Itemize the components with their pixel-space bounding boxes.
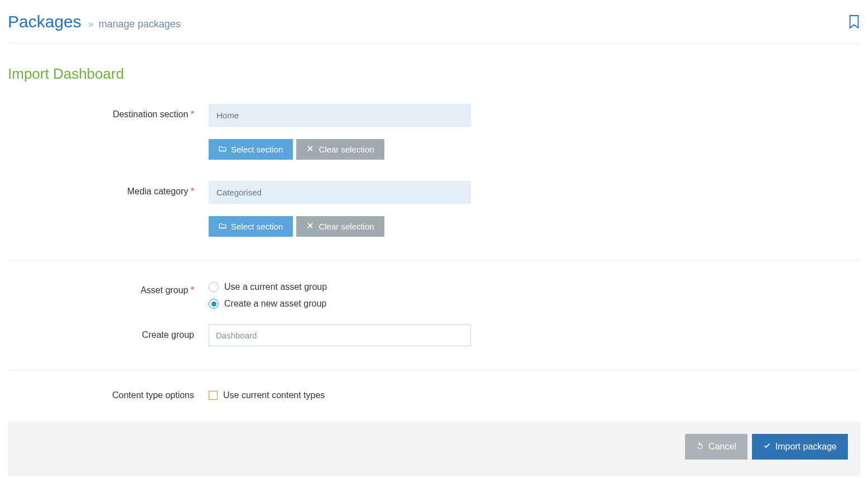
footer-bar: Cancel Import package [8,422,860,476]
cancel-label: Cancel [708,442,736,452]
use-current-content-types-label: Use current content types [223,390,325,400]
create-group-row: Create group [8,320,860,351]
folder-open-icon [219,145,226,154]
media-clear-button[interactable]: Clear selection [296,216,384,237]
import-package-button[interactable]: Import package [752,434,848,460]
bookmark-icon[interactable] [848,15,860,29]
breadcrumb: » manage packages [88,18,181,30]
media-value: Categorised [209,181,471,204]
section-title: Import Dashboard [8,65,860,83]
required-marker: * [191,187,194,196]
content-type-label: Content type options [112,390,194,400]
destination-clear-label: Clear selection [319,145,374,154]
required-marker: * [191,109,194,119]
check-icon [763,442,771,452]
radio-use-current[interactable]: Use a current asset group [209,282,471,292]
chevron-right-icon: » [88,18,94,30]
radio-create-new[interactable]: Create a new asset group [209,299,471,309]
content-type-row: Content type options Use current content… [8,385,860,422]
destination-clear-button[interactable]: Clear selection [296,139,384,160]
required-marker: * [191,285,194,295]
close-icon [306,145,314,154]
destination-section-row: Destination section * Home Select sectio… [8,99,860,164]
create-group-input[interactable] [209,324,471,346]
folder-open-icon [219,222,226,231]
radio-icon [209,282,219,292]
media-select-button[interactable]: Select section [209,216,293,237]
create-group-label: Create group [142,330,194,340]
media-clear-label: Clear selection [319,222,374,231]
close-icon [306,222,314,231]
radio-use-current-label: Use a current asset group [224,282,327,292]
asset-group-row: Asset group * Use a current asset group … [8,275,860,320]
destination-select-button[interactable]: Select section [209,139,293,160]
use-current-content-types-checkbox[interactable] [209,391,218,400]
divider [8,370,860,370]
divider [8,260,860,261]
media-label: Media category [127,187,188,196]
media-category-row: Media category * Categorised Select sect… [8,176,860,241]
cancel-button[interactable]: Cancel [685,434,748,460]
destination-select-label: Select section [231,145,283,154]
radio-create-new-label: Create a new asset group [224,299,326,309]
breadcrumb-text: manage packages [99,18,181,30]
import-label: Import package [775,442,837,452]
destination-value: Home [209,104,471,127]
destination-label: Destination section [113,109,188,119]
radio-icon [209,299,219,309]
asset-group-label: Asset group [141,285,188,295]
undo-icon [696,442,704,452]
page-header: Packages » manage packages [8,6,860,44]
packages-title-link[interactable]: Packages [8,12,81,31]
media-select-label: Select section [231,222,283,231]
